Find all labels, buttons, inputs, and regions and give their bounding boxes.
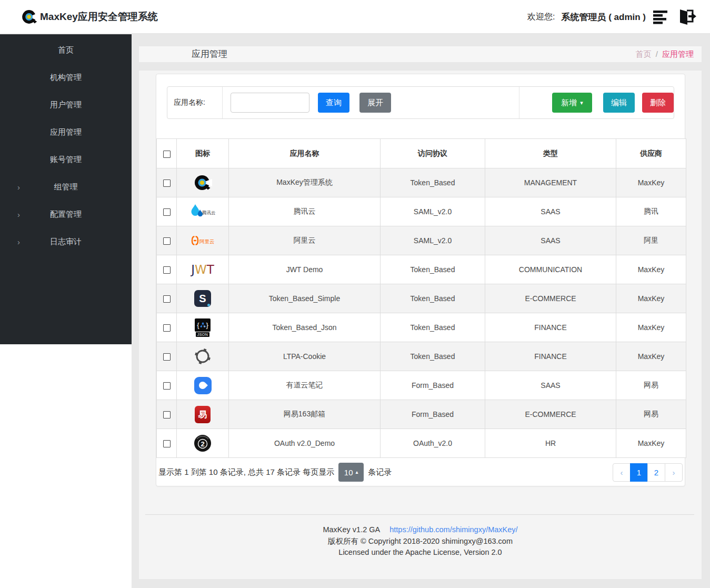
- table-row[interactable]: 2OAuth v2.0_DemoOAuth_v2.0HRMaxKey: [157, 429, 686, 458]
- row-checkbox[interactable]: [163, 208, 171, 216]
- sidebar-item-config[interactable]: ›配置管理: [0, 201, 132, 228]
- titlebar: 应用管理 首页 / 应用管理: [139, 46, 702, 62]
- row-checkbox[interactable]: [163, 411, 171, 418]
- menu-icon[interactable]: [653, 10, 669, 24]
- delete-button[interactable]: 删除: [642, 93, 674, 113]
- footer-version-line: MaxKey v1.2 GAhttps://github.com/shiming…: [139, 524, 702, 536]
- add-button-label: 新增: [561, 98, 577, 108]
- app-name-cell: Token_Based_Simple: [229, 284, 381, 313]
- row-checkbox[interactable]: [163, 382, 171, 390]
- row-checkbox[interactable]: [163, 180, 171, 187]
- table-row[interactable]: 阿里云阿里云SAML_v2.0SAAS阿里: [157, 226, 686, 255]
- app-protocol-cell: SAML_v2.0: [381, 197, 485, 226]
- content-panel: 应用名称: 查询 展开 新增 ▾ 编辑 删除: [156, 74, 685, 486]
- app-icon-cell: 2: [177, 429, 229, 458]
- query-button[interactable]: 查询: [318, 93, 349, 113]
- app-vendor-cell: 腾讯: [616, 197, 686, 226]
- footer-github-link[interactable]: https://github.com/shimingxy/MaxKey/: [389, 525, 517, 534]
- sidebar-item-user[interactable]: 用户管理: [0, 91, 132, 118]
- pagination-bar: 显示第 1 到第 10 条记录, 总共 17 条记录 每页显示 10 ▴ 条记录…: [156, 457, 685, 487]
- breadcrumb-current: 应用管理: [662, 49, 694, 58]
- current-user: 系统管理员 ( admin ): [561, 11, 646, 23]
- app-category-cell: E-COMMERCE: [485, 284, 616, 313]
- apps-table: 图标 应用名称 访问协议 类型 供应商 MaxKey管理系统Token_Base…: [156, 138, 686, 458]
- logout-icon[interactable]: [676, 8, 696, 25]
- app-icon-cell: 腾讯云: [177, 197, 229, 226]
- app-category-cell: FINANCE: [485, 313, 616, 342]
- tencent-cloud-icon: 腾讯云: [189, 203, 216, 220]
- app-category-cell: FINANCE: [485, 342, 616, 371]
- prev-page-button[interactable]: ‹: [613, 463, 631, 482]
- chevron-right-icon: ›: [17, 210, 20, 219]
- sidebar-item-home[interactable]: 首页: [0, 36, 132, 64]
- table-row[interactable]: JWTJWT DemoToken_BasedCOMMUNICATIONMaxKe…: [157, 255, 686, 284]
- app-name-cell: 阿里云: [229, 226, 381, 255]
- sidebar-item-group[interactable]: ›组管理: [0, 173, 132, 201]
- app-name-input[interactable]: [231, 93, 309, 113]
- row-checkbox[interactable]: [163, 295, 171, 303]
- top-header: MaxKey应用安全管理系统 欢迎您: 系统管理员 ( admin ): [0, 0, 710, 34]
- app-protocol-cell: OAuth_v2.0: [381, 429, 485, 458]
- app-icon-cell: S: [177, 284, 229, 313]
- sidebar: 首页机构管理用户管理应用管理账号管理›组管理›配置管理›日志审计: [0, 34, 132, 344]
- footer-divider: [145, 514, 694, 515]
- row-select-cell: [157, 400, 177, 429]
- brand-title: MaxKey应用安全管理系统: [40, 0, 158, 34]
- ltpa-cookie-icon: [194, 347, 212, 365]
- maxkey-app-icon: [193, 173, 212, 192]
- app-protocol-cell: Token_Based: [381, 168, 485, 197]
- next-page-button[interactable]: ›: [665, 463, 683, 482]
- sidebar-item-org[interactable]: 机构管理: [0, 64, 132, 91]
- row-checkbox[interactable]: [163, 353, 171, 361]
- table-row[interactable]: {}JSONToken_Based_JsonToken_BasedFINANCE…: [157, 313, 686, 342]
- app-vendor-cell: 网易: [616, 400, 686, 429]
- page-size-select[interactable]: 10 ▴: [338, 463, 364, 482]
- pagination-summary-suffix: 条记录: [368, 467, 392, 477]
- row-checkbox[interactable]: [163, 324, 171, 332]
- expand-button[interactable]: 展开: [359, 93, 391, 113]
- footer-version: MaxKey v1.2 GA: [323, 525, 380, 534]
- row-checkbox[interactable]: [163, 266, 171, 274]
- page-button-2[interactable]: 2: [647, 463, 665, 482]
- sidebar-item-label: 组管理: [54, 182, 78, 192]
- select-all-checkbox[interactable]: [163, 151, 171, 158]
- edit-button[interactable]: 编辑: [603, 93, 635, 113]
- app-category-cell: SAAS: [485, 197, 616, 226]
- app-category-cell: MANAGEMENT: [485, 168, 616, 197]
- row-select-cell: [157, 342, 177, 371]
- oauth2-icon: 2: [194, 434, 212, 452]
- breadcrumb: 首页 / 应用管理: [635, 46, 694, 62]
- sidebar-item-account[interactable]: 账号管理: [0, 146, 132, 173]
- row-checkbox[interactable]: [163, 237, 171, 245]
- sidebar-item-audit[interactable]: ›日志审计: [0, 228, 132, 255]
- app-name-cell: 网易163邮箱: [229, 400, 381, 429]
- svg-text:阿里云: 阿里云: [199, 238, 215, 244]
- breadcrumb-separator: /: [656, 49, 658, 58]
- sidebar-item-label: 应用管理: [50, 127, 82, 137]
- breadcrumb-home[interactable]: 首页: [635, 49, 651, 58]
- app-name-cell: 有道云笔记: [229, 371, 381, 400]
- search-label: 应用名称:: [174, 98, 205, 107]
- table-row[interactable]: SToken_Based_SimpleToken_BasedE-COMMERCE…: [157, 284, 686, 313]
- table-row[interactable]: 有道云笔记Form_BasedSAAS网易: [157, 371, 686, 400]
- sidebar-item-app[interactable]: 应用管理: [0, 118, 132, 146]
- json-app-icon: {}JSON: [195, 318, 211, 337]
- app-vendor-cell: MaxKey: [616, 284, 686, 313]
- footer-license: Licensed under the Apache License, Versi…: [139, 547, 702, 559]
- row-checkbox[interactable]: [163, 440, 171, 447]
- svg-text:腾讯云: 腾讯云: [202, 210, 216, 215]
- table-row[interactable]: LTPA-CookieToken_BasedFINANCEMaxKey: [157, 342, 686, 371]
- table-row[interactable]: MaxKey管理系统Token_BasedMANAGEMENTMaxKey: [157, 168, 686, 197]
- page-button-1[interactable]: 1: [630, 463, 648, 482]
- row-select-cell: [157, 226, 177, 255]
- add-button[interactable]: 新增 ▾: [552, 93, 592, 113]
- app-protocol-cell: Form_Based: [381, 400, 485, 429]
- app-name-cell: MaxKey管理系统: [229, 168, 381, 197]
- table-row[interactable]: 易网易163邮箱Form_BasedE-COMMERCE网易: [157, 400, 686, 429]
- app-category-cell: E-COMMERCE: [485, 400, 616, 429]
- app-vendor-cell: MaxKey: [616, 168, 686, 197]
- app-icon-cell: JWT: [177, 255, 229, 284]
- app-protocol-cell: Token_Based: [381, 313, 485, 342]
- app-category-cell: SAAS: [485, 226, 616, 255]
- table-row[interactable]: 腾讯云腾讯云SAML_v2.0SAAS腾讯: [157, 197, 686, 226]
